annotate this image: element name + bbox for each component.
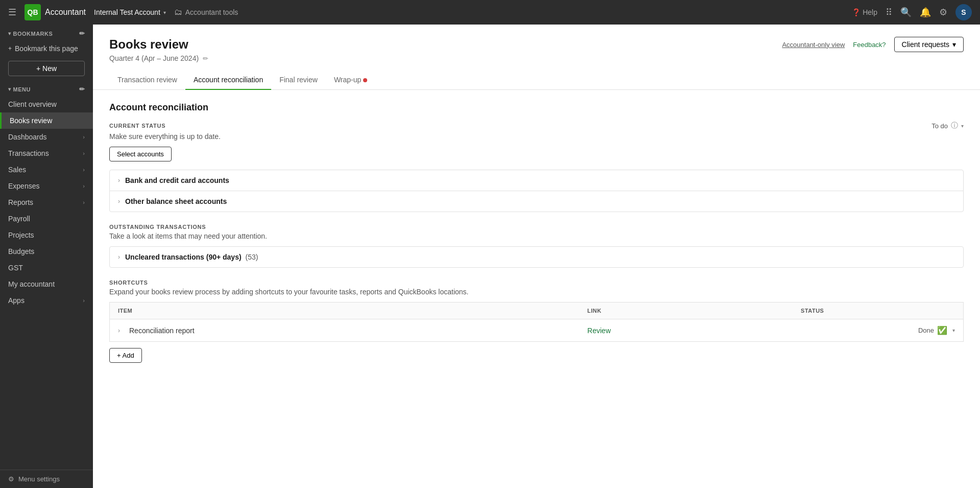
current-status-section: CURRENT STATUS To do ⓘ ▾ Make sure every… (109, 121, 964, 212)
new-button[interactable]: + New (8, 61, 85, 76)
shortcut-expand-icon[interactable]: › (118, 327, 120, 334)
shortcuts-table-header-row: ITEM LINK STATUS (110, 303, 964, 319)
sidebar-item-my-accountant[interactable]: My accountant (0, 276, 93, 292)
accountant-only-view-link[interactable]: Accountant-only view (782, 41, 845, 49)
outstanding-header: OUTSTANDING TRANSACTIONS (109, 224, 964, 230)
todo-chevron-icon: ▾ (961, 123, 964, 129)
current-status-label: CURRENT STATUS (109, 123, 165, 129)
sidebar-item-expenses[interactable]: Expenses › (0, 178, 93, 194)
search-icon[interactable]: 🔍 (900, 7, 912, 18)
help-icon: ❓ (852, 8, 861, 16)
avatar[interactable]: S (955, 4, 972, 20)
sidebar-item-dashboards[interactable]: Dashboards › (0, 129, 93, 145)
outstanding-description: Take a look at items that may need your … (109, 232, 964, 240)
payroll-label: Payroll (8, 215, 30, 223)
tab-account-reconciliation[interactable]: Account reconciliation (185, 71, 271, 90)
sidebar: ▾ BOOKMARKS ✏ + Bookmark this page + New… (0, 25, 93, 488)
sidebar-item-bookmark-this-page[interactable]: + Bookmark this page (0, 40, 93, 57)
topbar-right: ❓ Help ⠿ 🔍 🔔 ⚙ S (852, 4, 972, 20)
tabs: Transaction review Account reconciliatio… (93, 71, 980, 90)
client-requests-button[interactable]: Client requests ▾ (894, 37, 964, 52)
transactions-label: Transactions (8, 149, 49, 157)
sidebar-item-client-overview[interactable]: Client overview (0, 96, 93, 112)
uncleared-transactions-row[interactable]: › Uncleared transactions (90+ days) (53) (109, 246, 964, 268)
subtitle-row: Quarter 4 (Apr – June 2024) ✏ (109, 54, 964, 62)
books-review-label: Books review (10, 117, 52, 125)
sidebar-item-reports[interactable]: Reports › (0, 194, 93, 211)
menu-settings-label: Menu settings (18, 475, 60, 483)
section-title: Account reconciliation (109, 102, 964, 113)
shortcuts-table-body: › Reconciliation report Review Done (110, 319, 964, 342)
gear-icon: ⚙ (8, 475, 14, 483)
menu-edit-icon[interactable]: ✏ (79, 85, 85, 93)
bookmark-icon: + (8, 45, 12, 52)
sidebar-item-apps[interactable]: Apps › (0, 292, 93, 309)
other-balance-row-label: Other balance sheet accounts (125, 197, 227, 205)
other-balance-row-expand-icon[interactable]: › (118, 198, 120, 205)
uncleared-expand-icon[interactable]: › (118, 253, 120, 261)
shortcut-link-cell: Review (579, 319, 793, 342)
info-icon: ⓘ (951, 121, 958, 130)
sidebar-item-transactions[interactable]: Transactions › (0, 145, 93, 161)
page-header: Books review Accountant-only view Feedba… (93, 25, 980, 62)
account-row-bank[interactable]: › Bank and credit card accounts (109, 170, 964, 191)
topbar-left: ☰ QB Accountant Internal Test Account ▾ … (8, 4, 238, 20)
tab-final-review[interactable]: Final review (271, 71, 326, 90)
app-title: Accountant (45, 8, 86, 17)
shortcuts-table-head: ITEM LINK STATUS (110, 303, 964, 319)
bookmarks-edit-icon[interactable]: ✏ (79, 30, 85, 37)
shortcuts-description: Expand your books review process by addi… (109, 288, 964, 296)
tab-wrap-up[interactable]: Wrap-up (326, 71, 375, 90)
sidebar-item-budgets[interactable]: Budgets (0, 243, 93, 260)
shortcuts-label: SHORTCUTS (109, 280, 964, 286)
budgets-label: Budgets (8, 247, 34, 255)
uncleared-count: (53) (246, 253, 258, 261)
client-overview-label: Client overview (8, 100, 57, 108)
bank-row-expand-icon[interactable]: › (118, 177, 120, 184)
status-chevron-icon[interactable]: ▾ (952, 328, 955, 333)
account-chevron-icon: ▾ (163, 10, 166, 15)
account-selector[interactable]: Internal Test Account ▾ (94, 8, 166, 16)
client-requests-label: Client requests (902, 40, 949, 49)
main-layout: ▾ BOOKMARKS ✏ + Bookmark this page + New… (0, 25, 980, 488)
dashboards-label: Dashboards (8, 133, 47, 141)
shortcut-link[interactable]: Review (587, 327, 611, 335)
feedback-link[interactable]: Feedback? (853, 41, 886, 49)
sidebar-item-books-review[interactable]: Books review (0, 112, 93, 129)
sidebar-item-sales[interactable]: Sales › (0, 161, 93, 178)
bell-icon[interactable]: 🔔 (920, 7, 931, 18)
expenses-chevron-icon: › (83, 183, 85, 189)
briefcase-icon: 🗂 (174, 8, 182, 17)
account-row-other-balance[interactable]: › Other balance sheet accounts (109, 191, 964, 212)
menu-settings[interactable]: ⚙ Menu settings (0, 470, 93, 488)
gst-label: GST (8, 264, 23, 272)
help-button[interactable]: ❓ Help (852, 8, 877, 16)
select-accounts-button[interactable]: Select accounts (109, 147, 172, 161)
content-area: Books review Accountant-only view Feedba… (93, 25, 980, 488)
grid-icon[interactable]: ⠿ (886, 7, 892, 18)
uncleared-label: Uncleared transactions (90+ days) (53) (125, 253, 258, 261)
add-shortcut-button[interactable]: + Add (109, 348, 142, 363)
shortcut-status-cell: Done ✅ ▾ (793, 319, 963, 342)
hamburger-icon[interactable]: ☰ (8, 7, 16, 18)
todo-badge[interactable]: To do ⓘ ▾ (931, 121, 964, 130)
sidebar-item-payroll[interactable]: Payroll (0, 211, 93, 227)
bookmark-label: Bookmark this page (15, 44, 78, 53)
topbar: ☰ QB Accountant Internal Test Account ▾ … (0, 0, 980, 25)
bank-row-label: Bank and credit card accounts (125, 176, 229, 184)
col-header-status: STATUS (793, 303, 963, 319)
accountant-tools-link[interactable]: 🗂 Accountant tools (174, 8, 238, 17)
sidebar-item-gst[interactable]: GST (0, 260, 93, 276)
subtitle-edit-icon[interactable]: ✏ (203, 55, 208, 62)
tab-transaction-review[interactable]: Transaction review (109, 71, 185, 90)
bookmarks-chevron-icon: ▾ (8, 31, 11, 36)
shortcut-row-reconciliation: › Reconciliation report Review Done (110, 319, 964, 342)
sidebar-item-projects[interactable]: Projects (0, 227, 93, 243)
done-check-icon: ✅ (937, 326, 947, 335)
shortcuts-section: SHORTCUTS Expand your books review proce… (109, 280, 964, 363)
settings-icon[interactable]: ⚙ (939, 7, 947, 18)
done-label: Done (918, 327, 934, 334)
reports-label: Reports (8, 198, 33, 206)
shortcuts-table: ITEM LINK STATUS › Reconciliation report (109, 302, 964, 342)
apps-chevron-icon: › (83, 297, 85, 304)
